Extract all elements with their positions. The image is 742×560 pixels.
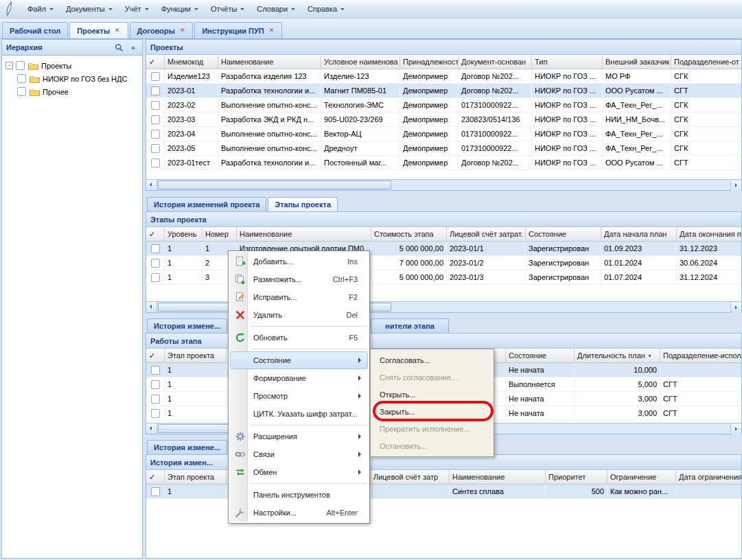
scrollbar-thumb[interactable] xyxy=(158,180,391,189)
search-icon[interactable] xyxy=(113,42,125,54)
row-checkbox[interactable] xyxy=(151,380,160,389)
context-menu-item-links[interactable]: Связи xyxy=(230,445,368,463)
tab-work-history-tab[interactable]: История измене... xyxy=(147,440,227,454)
column-header-project-stage[interactable]: Этап проекта xyxy=(165,349,227,362)
context-menu-item-toolbar[interactable]: Панель инструментов xyxy=(230,486,368,504)
context-menu-item-extensions[interactable]: Расширения xyxy=(230,428,368,445)
tree-item-niokr-goz[interactable]: НИОКР по ГОЗ без НДС xyxy=(3,72,141,85)
column-header-plan-start-date[interactable]: Дата начала план xyxy=(601,227,677,241)
close-icon[interactable]: ✕ xyxy=(268,27,275,34)
tree-checkbox[interactable] xyxy=(17,74,26,83)
tab-contracts[interactable]: Договоры✕ xyxy=(130,22,194,38)
table-row[interactable]: 2023-01Разработка технологии и...Магнит … xyxy=(146,84,741,98)
scroll-left-icon[interactable] xyxy=(146,180,157,190)
collapse-panel-icon[interactable]: « xyxy=(127,42,139,54)
column-header-name[interactable]: Наименование xyxy=(450,470,546,484)
row-checkbox[interactable] xyxy=(151,159,160,167)
tab-desktop[interactable]: Рабочий стол xyxy=(2,22,68,38)
menubar-item-documents[interactable]: Документы xyxy=(60,0,119,18)
column-header-number[interactable]: Номер xyxy=(202,227,237,241)
context-menu-item-state[interactable]: Состояние xyxy=(230,351,368,369)
column-header-mnemocode[interactable]: Мнемокод xyxy=(165,55,218,69)
submenu-item-approve[interactable]: Согласовать... xyxy=(373,351,491,369)
table-row[interactable]: 2023-05Выполнение опытно-конс...Дредноут… xyxy=(146,141,741,156)
column-header-cost-account[interactable]: Лицевой счёт затрат. xyxy=(447,227,526,241)
menubar-item-dictionaries[interactable]: Словари xyxy=(251,0,301,18)
context-menu-item-add[interactable]: Добавить...Ins xyxy=(230,253,368,270)
column-header-level[interactable]: Уровень xyxy=(165,227,202,241)
tree-item-projects-root[interactable]: −Проекты xyxy=(3,59,141,72)
table-row[interactable]: 2023-02Выполнение опытно-конс...Технолог… xyxy=(146,98,741,113)
row-checkbox[interactable] xyxy=(151,130,160,139)
column-header-name[interactable]: Наименование xyxy=(218,55,321,69)
table-row[interactable]: 2023-01тестРазработка технологии и...Пос… xyxy=(146,156,741,170)
menubar-item-file[interactable]: Файл xyxy=(21,0,60,18)
column-header-conditional-name[interactable]: Условное наименова xyxy=(321,55,400,69)
tab-stage-executors-tab[interactable]: нители этапа xyxy=(371,318,449,333)
menubar-item-functions[interactable]: Функции xyxy=(155,0,205,18)
row-checkbox[interactable] xyxy=(151,244,160,253)
column-header-external-customer[interactable]: Внешний заказчик xyxy=(603,55,671,69)
column-header-department[interactable]: Подразделение-от xyxy=(671,55,741,69)
tree-checkbox[interactable] xyxy=(17,87,26,96)
close-icon[interactable]: ✕ xyxy=(179,27,186,34)
table-row[interactable]: 2023-04Выполнение опытно-конс...Вектор-А… xyxy=(146,127,741,141)
context-menu-item-settings[interactable]: Настройки...Alt+Enter xyxy=(230,504,368,522)
tab-projects[interactable]: Проекты✕ xyxy=(69,22,128,38)
menubar-item-accounting[interactable]: Учёт xyxy=(119,0,155,18)
column-header-check[interactable]: ✓ xyxy=(146,55,165,69)
column-header-restriction[interactable]: Ограничение xyxy=(607,470,676,484)
context-menu-item-edit[interactable]: Исправить...F2 xyxy=(230,288,368,306)
column-header-cost-account[interactable]: Лицевой счёт затр xyxy=(371,470,450,484)
menubar-item-help[interactable]: Справка xyxy=(301,0,351,18)
tree-checkbox[interactable] xyxy=(16,61,25,70)
column-header-name[interactable]: Наименование xyxy=(237,227,371,241)
tab-project-stages-tab[interactable]: Этапы проекта xyxy=(268,197,338,211)
row-checkbox[interactable] xyxy=(151,395,160,404)
column-header-type[interactable]: Тип xyxy=(532,55,603,69)
row-checkbox[interactable] xyxy=(151,101,160,110)
row-checkbox[interactable] xyxy=(151,115,160,124)
column-header-belonging[interactable]: Принадлежность xyxy=(400,55,459,69)
scroll-left-icon[interactable] xyxy=(146,423,157,434)
row-checkbox[interactable] xyxy=(151,72,160,81)
row-checkbox[interactable] xyxy=(151,259,160,268)
context-menu-item-refresh[interactable]: ОбновитьF5 xyxy=(230,329,368,347)
tree-item-other[interactable]: Прочее xyxy=(3,85,141,98)
column-header-plan-duration[interactable]: Длительность план▼ xyxy=(575,349,660,362)
scroll-left-icon[interactable] xyxy=(146,302,157,312)
projects-horizontal-scrollbar[interactable] xyxy=(146,179,741,190)
column-header-project-stage[interactable]: Этап проекта xyxy=(165,470,227,484)
collapse-expander-icon[interactable]: − xyxy=(5,62,13,69)
tab-work-history-tab[interactable]: История измене... xyxy=(147,318,227,333)
column-header-check[interactable]: ✓ xyxy=(146,470,165,484)
context-menu-item-view[interactable]: Просмотр xyxy=(230,387,368,405)
column-header-check[interactable]: ✓ xyxy=(146,227,165,241)
scroll-right-icon[interactable] xyxy=(730,303,741,313)
column-header-plan-end-date[interactable]: Дата окончания п xyxy=(677,227,741,241)
context-menu-item-citk-cost-code[interactable]: ЦИТК. Указать шифр затрат... xyxy=(230,405,368,423)
scroll-right-icon[interactable] xyxy=(730,424,741,434)
table-row[interactable]: Изделие123Разработка изделия 123Изделие-… xyxy=(146,69,741,84)
column-header-executor-department[interactable]: Подразделение-исполн xyxy=(660,349,741,362)
row-checkbox[interactable] xyxy=(151,273,160,282)
close-icon[interactable]: ✕ xyxy=(114,27,121,34)
row-checkbox[interactable] xyxy=(151,144,160,153)
context-menu-item-formation[interactable]: Формирование xyxy=(230,369,368,387)
scroll-right-icon[interactable] xyxy=(730,180,741,191)
context-menu-item-delete[interactable]: УдалитьDel xyxy=(230,306,368,324)
column-header-check[interactable]: ✓ xyxy=(146,349,165,362)
tab-pup-instructions[interactable]: Инструкции ПУП✕ xyxy=(194,22,282,38)
column-header-state[interactable]: Состояние xyxy=(526,227,601,241)
column-header-priority[interactable]: Приоритет xyxy=(546,470,607,484)
column-header-base-document[interactable]: Документ-основан xyxy=(459,55,532,69)
table-row[interactable]: 2023-03Разработка ЭКД и РКД н...905-U020… xyxy=(146,113,741,127)
submenu-item-open[interactable]: Открыть... xyxy=(373,386,491,403)
column-header-state[interactable]: Состояние xyxy=(506,349,575,362)
context-menu-item-exchange[interactable]: Обмен xyxy=(230,463,368,481)
context-menu-item-duplicate[interactable]: Размножить...Ctrl+F3 xyxy=(230,270,368,288)
row-checkbox[interactable] xyxy=(151,409,160,418)
menubar-item-reports[interactable]: Отчёты xyxy=(205,0,251,18)
submenu-item-close[interactable]: Закрыть... xyxy=(373,403,491,420)
row-checkbox[interactable] xyxy=(151,487,160,496)
